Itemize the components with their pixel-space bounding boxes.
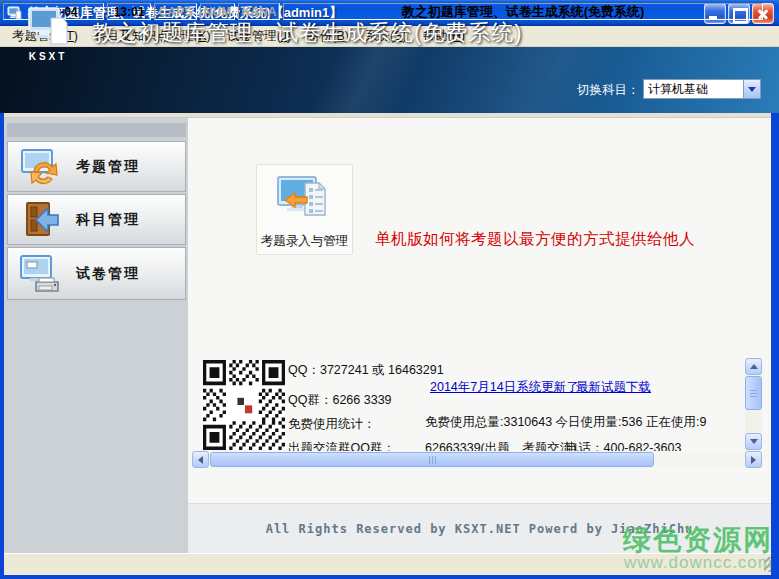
subject-select-value: 计算机基础 [644,81,743,98]
banner-title: 教之初题库管理、试卷生成系统(免费系统) [92,18,523,48]
copyright-text: All Rights Reserved by KSXT.NET Powerd b… [188,522,771,536]
scroll-up-button[interactable] [745,358,762,375]
sidebar-item-subject-management[interactable]: 科目管理 [7,194,186,245]
qq-qr-code-image [203,360,285,450]
arrow-right-icon [751,456,756,464]
chevron-down-icon [748,87,756,92]
sidebar-top-strip [7,123,186,137]
sidebar-item-label: 试卷管理 [76,265,140,283]
qq-contact-line: QQ：3727241 或 16463291 [288,362,444,379]
app-logo: KSXT [18,6,78,62]
usage-stats-label: 免费使用统计： [288,416,376,433]
monitor-document-import-icon [275,175,335,225]
scroll-down-button[interactable] [745,433,762,450]
door-arrow-icon [18,198,62,242]
question-entry-management-button[interactable]: 考题录入与管理 [256,164,353,255]
system-update-link[interactable]: 2014年7月14日系统更新了 [430,379,579,396]
qq-group-line: QQ群：6266 3339 [288,392,392,409]
sidebar-item-label: 考题管理 [76,158,140,176]
usage-stats-value: 免费使用总量:3310643 今日使用量:536 正在使用:9 [425,414,706,431]
arrow-up-icon [750,364,758,369]
vertical-scrollbar-thumb[interactable] [745,376,762,410]
latest-questions-download-link[interactable]: 最新试题下载 [576,379,651,396]
window-border-right [771,113,779,575]
window-border-bottom [0,575,779,579]
window-border-left [0,113,4,575]
subject-switch-label: 切换科目： [577,82,640,99]
status-bar [0,553,779,575]
computer-printer-icon [18,252,62,296]
application-window: 教之初题库管理、试卷生成系统(免费系统)【admin1】 考题管理(T) 科目及… [0,0,779,579]
arrow-down-icon [750,439,758,444]
arrow-left-icon [198,456,203,464]
copyright-footer: All Rights Reserved by KSXT.NET Powerd b… [188,503,771,553]
notice-text[interactable]: 单机版如何将考题以最方便的方式提供给他人 [375,229,695,250]
entry-button-label: 考题录入与管理 [257,233,352,250]
computer-document-icon [25,6,71,46]
subject-select[interactable]: 计算机基础 [643,79,761,99]
sidebar-item-paper-management[interactable]: 试卷管理 [7,247,186,300]
scroll-right-button[interactable] [745,451,762,468]
sidebar-item-label: 科目管理 [76,211,140,229]
logo-text: KSXT [18,51,78,62]
subject-select-dropdown-button[interactable] [743,80,760,98]
computer-sync-icon [18,145,62,189]
scroll-left-button[interactable] [192,451,209,468]
horizontal-scrollbar-thumb[interactable] [210,452,654,467]
sidebar-item-question-management[interactable]: 考题管理 [7,141,186,192]
